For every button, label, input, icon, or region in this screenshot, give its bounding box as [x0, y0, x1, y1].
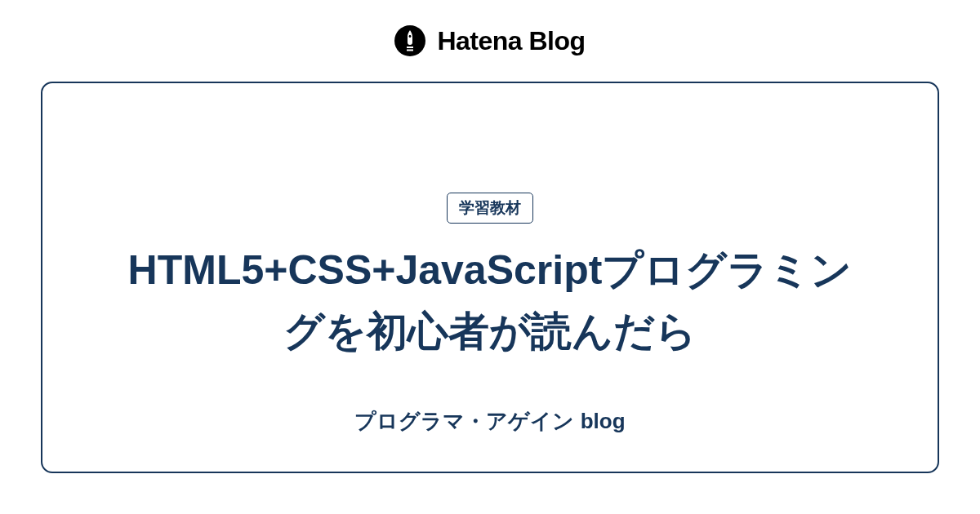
hatena-logo-icon — [394, 25, 425, 56]
article-title: HTML5+CSS+JavaScriptプログラミングを初心者が読んだら — [122, 240, 858, 362]
category-badge: 学習教材 — [447, 193, 533, 224]
pen-nib-icon — [403, 30, 417, 51]
site-name: Hatena Blog — [437, 26, 585, 56]
article-card: 学習教材 HTML5+CSS+JavaScriptプログラミングを初心者が読んだ… — [41, 82, 939, 473]
blog-name: プログラマ・アゲイン blog — [354, 407, 625, 436]
site-header: Hatena Blog — [0, 0, 980, 82]
